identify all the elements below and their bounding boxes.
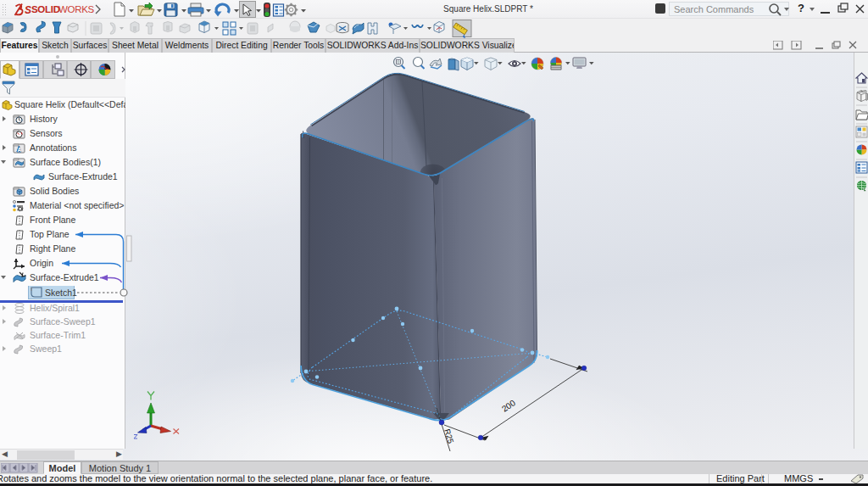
- svg-text:A: A: [18, 147, 22, 153]
- svg-text:WORKS: WORKS: [58, 4, 95, 14]
- svg-text:R25: R25: [442, 427, 456, 444]
- svg-text:SOLID: SOLID: [31, 4, 60, 14]
- svg-text:S: S: [25, 4, 31, 16]
- svg-text:200: 200: [500, 398, 517, 414]
